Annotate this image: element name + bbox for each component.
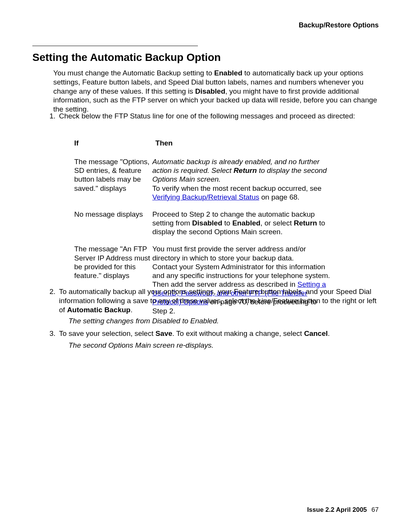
heading-rule	[32, 46, 198, 46]
row2-then-b3: Return	[294, 219, 317, 227]
step-3-t3: .	[328, 329, 330, 337]
row1-link[interactable]: Verifying Backup/Retrieval Status	[152, 193, 259, 201]
row3-then-p1: You must first provide the server addres…	[152, 245, 306, 262]
step-1: 1. Check below the FTP Status line for o…	[59, 112, 379, 121]
step-2-result: The setting changes from Disabled to Ena…	[68, 317, 379, 325]
step-2: 2. To automatically backup all your opti…	[59, 287, 379, 314]
footer-issue: Issue 2.2 April 2005	[307, 506, 367, 513]
intro-text-1: You must change the Automatic Backup set…	[53, 69, 214, 77]
row1-then-text-1: To verify when the most recent backup oc…	[152, 184, 322, 192]
row1-then-text-2: on page 68.	[259, 193, 299, 201]
table-row: The message "Options, SD entries, & feat…	[74, 157, 341, 201]
table-row: No message displays Proceed to Step 2 to…	[74, 210, 341, 236]
row3-if: The message "An FTP Server IP Address mu…	[74, 244, 150, 280]
step-3-t1: To save your selection, select	[59, 329, 155, 337]
intro-bold-2: Disabled	[195, 87, 225, 95]
row1-if: The message "Options, SD entries, & feat…	[74, 157, 150, 193]
step-2-t2: .	[131, 306, 132, 314]
step-2-b1: Automatic Backup	[67, 306, 131, 314]
step-3-b2: Cancel	[304, 329, 328, 337]
table-header-then: Then	[155, 139, 172, 147]
step-3-result: The second Options Main screen re-displa…	[68, 341, 379, 350]
row2-then-b2: Enabled	[232, 219, 260, 227]
header-section: Backup/Restore Options	[299, 21, 379, 29]
row2-then-b1: Disabled	[192, 219, 222, 227]
row2-if: No message displays	[74, 210, 150, 219]
row2-then: Proceed to Step 2 to change the automati…	[152, 210, 331, 236]
row1-then-italic-bold: Return	[234, 166, 257, 174]
row2-then-t2: to	[222, 219, 232, 227]
step-3-number: 3.	[49, 329, 56, 338]
row2-then-t3: , or select	[260, 219, 294, 227]
step-1-number: 1.	[49, 112, 56, 121]
step-1-text: Check below the FTP Status line for one …	[59, 112, 355, 120]
page-footer: Issue 2.2 April 200567	[307, 506, 379, 514]
table-header-row: If Then	[74, 139, 341, 147]
intro-bold-1: Enabled	[214, 69, 242, 77]
footer-page-number: 67	[371, 506, 379, 513]
step-3-t2: . To exit without making a change, selec…	[172, 329, 304, 337]
table-header-if: If	[74, 139, 153, 147]
step-2-number: 2.	[49, 287, 56, 296]
step-3-b1: Save	[155, 329, 172, 337]
row1-then: Automatic backup is already enabled, and…	[152, 157, 331, 201]
intro-paragraph: You must change the Automatic Backup set…	[53, 69, 379, 114]
page-title: Setting the Automatic Backup Option	[32, 51, 221, 64]
step-3: 3. To save your selection, select Save. …	[59, 329, 379, 338]
